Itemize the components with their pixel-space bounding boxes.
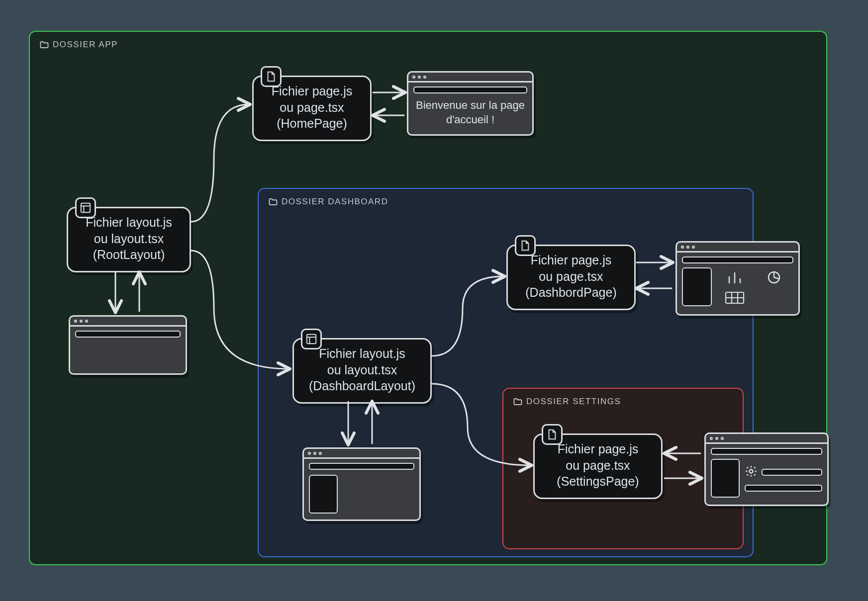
preview-dashboard-layout	[302, 447, 421, 521]
folder-dashboard-label: DOSSIER DASHBOARD	[269, 197, 388, 207]
folder-settings-label: DOSSIER SETTINGS	[513, 397, 621, 407]
svg-rect-3	[307, 335, 316, 343]
card-settings-page: Fichier page.js ou page.tsx (SettingsPag…	[533, 433, 663, 499]
preview-sidebar	[711, 459, 740, 498]
file-icon	[542, 424, 563, 445]
bar-chart-icon	[717, 269, 752, 286]
pie-chart-icon	[756, 269, 791, 286]
folder-icon	[269, 198, 278, 206]
gear-icon	[745, 465, 758, 480]
file-icon	[515, 235, 536, 256]
folder-icon	[40, 41, 49, 49]
layout-icon	[301, 329, 322, 349]
preview-home: Bienvenue sur la page d'accueil !	[407, 71, 534, 136]
preview-home-text: Bienvenue sur la page d'accueil !	[408, 93, 532, 132]
card-dashboard-page: Fichier page.js ou page.tsx (DashbordPag…	[506, 245, 636, 310]
file-icon	[261, 66, 282, 87]
card-dashboard-layout: Fichier layout.js ou layout.tsx (Dashboa…	[292, 338, 432, 404]
preview-sidebar	[682, 267, 712, 306]
layout-icon	[75, 197, 96, 218]
preview-settings	[704, 432, 829, 506]
card-root-layout: Fichier layout.js ou layout.tsx (RootLay…	[67, 207, 191, 272]
table-icon	[717, 290, 752, 306]
preview-sidebar	[309, 475, 338, 514]
card-home-page: Fichier page.js ou page.tsx (HomePage)	[252, 76, 372, 141]
svg-point-14	[750, 470, 753, 473]
folder-icon	[513, 398, 522, 406]
folder-app-label: DOSSIER APP	[40, 40, 118, 50]
preview-root-empty	[69, 315, 187, 375]
preview-dashboard	[675, 241, 800, 316]
svg-rect-0	[81, 203, 90, 212]
